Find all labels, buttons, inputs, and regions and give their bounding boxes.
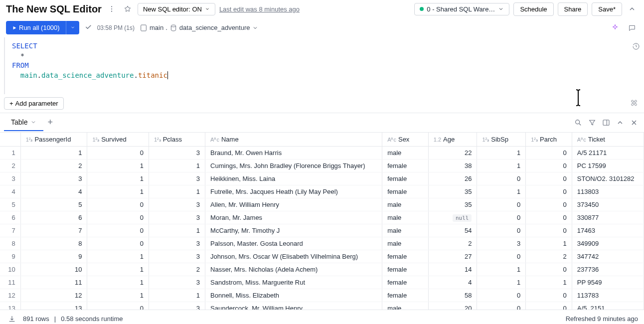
table-row[interactable]: 111113Sandstrom, Miss. Marguerite Rutfem… (0, 276, 644, 289)
table-row[interactable]: 7701McCarthy, Mr. Timothy Jmale540017463 (0, 224, 644, 237)
run-dropdown-button[interactable] (66, 21, 79, 34)
download-results-button[interactable] (6, 313, 18, 324)
share-button[interactable]: Share (558, 2, 588, 16)
chevron-down-icon (30, 119, 36, 125)
cell-parch: 0 (526, 172, 572, 185)
cell-survived: 1 (87, 289, 149, 302)
cell-passengerid: 2 (20, 159, 87, 172)
cell-pclass: 3 (149, 198, 205, 211)
collapse-results-button[interactable] (614, 117, 626, 129)
more-menu-button[interactable] (106, 3, 118, 15)
table-row[interactable]: 121211Bonnell, Miss. Elizabethfemale5800… (0, 289, 644, 302)
collapse-header-button[interactable] (626, 3, 638, 15)
column-header-sibsp[interactable]: 1²₃SibSp (477, 133, 526, 147)
last-run-timestamp: 03:58 PM (1s) (97, 24, 135, 31)
cell-survived: 0 (87, 198, 149, 211)
cell-ticket: 113783 (572, 289, 644, 302)
cell-survived: 0 (87, 237, 149, 250)
cell-sex: male (382, 224, 429, 237)
cell-sibsp: 0 (477, 302, 526, 310)
column-header-parch[interactable]: 1²₃Parch (526, 133, 572, 147)
table-row[interactable]: 8803Palsson, Master. Gosta Leonardmale23… (0, 237, 644, 250)
close-results-button[interactable] (628, 117, 640, 129)
filter-results-button[interactable] (586, 117, 598, 129)
type-icon: 1²₃ (154, 137, 161, 143)
sql-editor[interactable]: SELECT * FROM main.data_science_adventur… (4, 37, 644, 94)
add-parameter-button[interactable]: + Add parameter (4, 97, 64, 110)
cell-survived: 1 (87, 276, 149, 289)
text-cursor-icon (167, 71, 168, 79)
cell-pclass: 3 (149, 302, 205, 310)
new-editor-toggle[interactable]: New SQL editor: ON (138, 3, 215, 15)
cell-passengerid: 12 (20, 289, 87, 302)
column-header-name[interactable]: AᴮcName (205, 133, 382, 147)
catalog-schema-selector[interactable]: main . data_science_adventure (140, 24, 258, 32)
cell-age: 26 (428, 172, 477, 185)
column-header-ticket[interactable]: AᴮcTicket (572, 133, 644, 147)
cell-pclass: 1 (149, 159, 205, 172)
comments-button[interactable] (626, 22, 638, 34)
cell-age: 35 (428, 198, 477, 211)
keyboard-shortcuts-button[interactable] (628, 97, 640, 109)
cell-name: Braund, Mr. Owen Harris (205, 146, 382, 159)
favorite-button[interactable] (122, 3, 134, 15)
cell-sex: male (382, 146, 429, 159)
cell-ticket: PP 9549 (572, 276, 644, 289)
cell-age: null (428, 211, 477, 224)
table-row[interactable]: 1103Braund, Mr. Owen Harrismale2210A/5 2… (0, 146, 644, 159)
cell-age: 14 (428, 263, 477, 276)
cell-sibsp: 0 (477, 211, 526, 224)
column-header-survived[interactable]: 1²₃Survived (87, 133, 149, 147)
column-header-age[interactable]: 1.2Age (428, 133, 477, 147)
history-button[interactable] (630, 40, 642, 52)
cell-sibsp: 1 (477, 146, 526, 159)
cell-parch: 0 (526, 211, 572, 224)
table-row[interactable]: 131303Saundercock, Mr. William Henrymale… (0, 302, 644, 310)
cell-sibsp: 1 (477, 159, 526, 172)
cell-ticket: 349909 (572, 237, 644, 250)
cell-passengerid: 4 (20, 185, 87, 198)
column-header-sex[interactable]: AᴮcSex (382, 133, 429, 147)
cell-parch: 1 (526, 237, 572, 250)
row-index: 13 (0, 302, 20, 310)
table-row[interactable]: 5503Allen, Mr. William Henrymale35003734… (0, 198, 644, 211)
cell-parch: 2 (526, 250, 572, 263)
run-all-button[interactable]: Run all (1000) (6, 21, 66, 34)
cell-pclass: 3 (149, 172, 205, 185)
table-row[interactable]: 6603Moran, Mr. Jamesmalenull00330877 (0, 211, 644, 224)
results-table-container[interactable]: 1²₃PassengerId1²₃Survived1²₃PclassAᴮcNam… (0, 133, 644, 310)
results-tab-table[interactable]: Table (4, 114, 43, 131)
table-row[interactable]: 4411Futrelle, Mrs. Jacques Heath (Lily M… (0, 185, 644, 198)
svg-point-5 (576, 120, 580, 124)
search-results-button[interactable] (572, 117, 584, 129)
type-icon: 1²₃ (531, 137, 538, 143)
cell-sex: female (382, 159, 429, 172)
save-button[interactable]: Save* (592, 2, 622, 16)
svg-point-0 (111, 6, 112, 7)
cell-survived: 0 (87, 224, 149, 237)
column-header-passengerid[interactable]: 1²₃PassengerId (20, 133, 87, 147)
table-row[interactable]: 3313Heikkinen, Miss. Lainafemale2600STON… (0, 172, 644, 185)
add-tab-button[interactable]: + (45, 115, 55, 130)
schedule-button[interactable]: Schedule (513, 2, 553, 16)
table-row[interactable]: 101012Nasser, Mrs. Nicholas (Adela Achem… (0, 263, 644, 276)
panel-toggle-button[interactable] (600, 117, 612, 129)
chevron-up-icon (616, 119, 624, 127)
cell-passengerid: 13 (20, 302, 87, 310)
cell-age: 2 (428, 237, 477, 250)
table-row[interactable]: 9913Johnson, Mrs. Oscar W (Elisabeth Vil… (0, 250, 644, 263)
cell-parch: 0 (526, 146, 572, 159)
table-row[interactable]: 2211Cumings, Mrs. John Bradley (Florence… (0, 159, 644, 172)
last-edit-link[interactable]: Last edit was 8 minutes ago (219, 5, 300, 13)
cell-pclass: 3 (149, 211, 205, 224)
warehouse-selector[interactable]: 0 - Shared SQL Ware… (414, 3, 509, 15)
cell-sex: female (382, 172, 429, 185)
cell-parch: 1 (526, 276, 572, 289)
assistant-button[interactable] (609, 22, 621, 34)
catalog-name: main (150, 24, 163, 31)
row-index: 11 (0, 276, 20, 289)
row-count: 891 rows (23, 315, 49, 323)
column-header-pclass[interactable]: 1²₃Pclass (149, 133, 205, 147)
cell-ticket: PC 17599 (572, 159, 644, 172)
cell-age: 58 (428, 289, 477, 302)
